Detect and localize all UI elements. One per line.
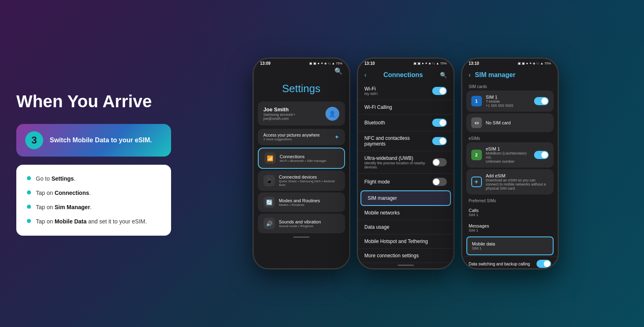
bullet-icon — [27, 190, 31, 194]
status-time: 13:10 — [469, 61, 479, 66]
back-button[interactable]: ‹ — [365, 71, 367, 79]
item-subtitle: Wi-Fi • Bluetooth • SIM manager — [280, 159, 338, 163]
item-title: Modes and Routines — [279, 198, 339, 203]
phone-1-status-bar: 13:09 ▣ ▣ ● ✦ ◈ ↑↓ ▲ 75% — [254, 59, 349, 67]
mobile-data-label: Mobile data — [472, 241, 548, 246]
profile-email: Samsung account • joe@smith.com — [264, 113, 321, 121]
data-usage-item[interactable]: Data usage — [358, 220, 453, 234]
list-item: Tap on Connections. — [27, 189, 160, 197]
modes-routines-item[interactable]: 🔄 Modes and Routines Modes • Routines — [258, 192, 345, 212]
nfc-item[interactable]: NFC and contactless payments — [358, 131, 453, 151]
left-section: When You Arrive 3 Switch Mobile Data to … — [16, 91, 171, 236]
connection-label: Ultra-wideband (UWB) — [365, 155, 432, 161]
status-icons: ▣ ▣ ● ✦ ◈ ↑↓ ▲ 75% — [309, 62, 342, 65]
phone-3: 13:10 ▣ ▣ ● ✦ ◈ ↑↓ ▲ 75% ‹ SIM manager S… — [461, 57, 559, 270]
add-esim-icon: + — [471, 177, 482, 187]
banner-card[interactable]: Access your pictures anywhere 2 more sug… — [258, 129, 345, 145]
instruction-bold: Settings — [51, 175, 74, 182]
connection-label: Mobile Hotspot and Tethering — [365, 239, 428, 244]
bluetooth-toggle[interactable] — [432, 119, 447, 127]
sim1-toggle[interactable] — [534, 97, 549, 105]
bullet-icon — [27, 176, 31, 180]
hotspot-item[interactable]: Mobile Hotspot and Tethering — [358, 234, 453, 249]
modes-icon: 🔄 — [264, 197, 275, 208]
flight-mode-toggle[interactable] — [432, 178, 447, 186]
wifi-calling-item[interactable]: Wi-Fi Calling — [358, 100, 453, 115]
sim-title: SIM manager — [475, 71, 516, 79]
connection-label: More connection settings — [365, 253, 419, 259]
add-esim-item[interactable]: + Add eSIM Download an eSIM so you can c… — [466, 169, 554, 194]
no-sim-item: ▭ No SIM card — [466, 113, 554, 132]
instruction-bold: Connections — [55, 190, 89, 196]
search-icon[interactable]: 🔍 — [440, 72, 447, 78]
instruction-bold: Sim Manager — [55, 204, 90, 210]
step-number: 3 — [25, 131, 43, 149]
phone-1: 13:09 ▣ ▣ ● ✦ ◈ ↑↓ ▲ 75% 🔍 Settings Joe … — [253, 57, 350, 270]
nfc-toggle[interactable] — [432, 137, 447, 145]
uwb-toggle[interactable] — [432, 158, 447, 166]
more-connection-settings-item[interactable]: More connection settings — [358, 249, 453, 263]
add-esim-sub: Download an eSIM so you can connect to m… — [486, 178, 549, 190]
item-subtitle: Modes • Routines — [279, 203, 339, 207]
phone-1-screen: 13:09 ▣ ▣ ● ✦ ◈ ↑↓ ▲ 75% 🔍 Settings Joe … — [254, 59, 349, 268]
list-item: Tap on Sim Manager. — [27, 203, 160, 212]
sounds-item[interactable]: 🔊 Sounds and vibration Sound mode • Ring… — [258, 214, 345, 233]
status-icons: ▣ ▣ ● ✦ ◈ ↑↓ ▲ 75% — [413, 62, 446, 65]
status-time: 13:09 — [260, 61, 271, 66]
profile-card[interactable]: Joe Smith Samsung account • joe@smith.co… — [258, 102, 345, 126]
esim1-badge: 2 — [471, 150, 482, 160]
status-icons: ▣ ▣ ● ✦ ◈ ↑↓ ▲ 75% — [518, 62, 551, 65]
banner-sub: 2 more suggestions — [264, 137, 330, 141]
scrollbar — [398, 265, 414, 266]
connection-label: NFC and contactless payments — [365, 135, 432, 147]
esim1-carrier: Mobilkom (Liechtenstein) AG Unknown numb… — [486, 151, 530, 164]
banner-title: Access your pictures anywhere — [264, 133, 330, 137]
status-time: 13:10 — [365, 61, 375, 66]
list-item: Tap on Mobile Data and set it to your eS… — [27, 217, 160, 226]
sparkle-icon: ✦ — [334, 134, 339, 140]
calls-sub: SIM 1 — [469, 213, 551, 217]
esim1-toggle[interactable] — [534, 151, 549, 159]
instruction-bold: Mobile Data — [55, 218, 87, 225]
sim1-item[interactable]: 1 SIM 1 T-Mobile +1 555 555 5555 — [466, 91, 554, 112]
bullet-icon — [27, 219, 31, 223]
phone-3-screen: 13:10 ▣ ▣ ● ✦ ◈ ↑↓ ▲ 75% ‹ SIM manager S… — [462, 59, 558, 268]
flight-mode-label: Flight mode — [365, 179, 390, 185]
connections-item[interactable]: 📶 Connections Wi-Fi • Bluetooth • SIM ma… — [258, 148, 345, 169]
profile-name: Joe Smith — [264, 106, 321, 113]
mobile-data-sub: SIM 1 — [472, 246, 548, 250]
data-switching-row[interactable]: Data switching and backup calling — [462, 256, 558, 268]
instructions-card: Go to Settings. Tap on Connections. Tap … — [16, 165, 171, 236]
sim-manager-item[interactable]: SIM manager — [360, 190, 451, 206]
search-icon[interactable]: 🔍 — [254, 67, 349, 78]
mobile-networks-item[interactable]: Mobile networks — [358, 206, 453, 220]
uwb-item[interactable]: Ultra-wideband (UWB) Identify the precis… — [358, 151, 453, 174]
wifi-toggle[interactable] — [432, 87, 447, 95]
item-subtitle: Sound mode • Ringtone — [279, 224, 339, 228]
mobile-data-item[interactable]: Mobile data SIM 1 — [466, 236, 554, 255]
connections-header: ‹ Connections 🔍 — [358, 67, 453, 82]
connected-devices-item[interactable]: 📱 Connected devices Quick Share • Samsun… — [258, 170, 345, 191]
item-title: Sounds and vibration — [279, 219, 339, 224]
add-esim-label: Add eSIM — [486, 173, 549, 178]
phone-2-status-bar: 13:10 ▣ ▣ ● ✦ ◈ ↑↓ ▲ 75% — [358, 59, 453, 67]
bluetooth-item[interactable]: Bluetooth — [358, 115, 453, 131]
wifi-item[interactable]: Wi-Fi My WiFi — [358, 82, 453, 100]
step-text: Switch Mobile Data to your eSIM. — [50, 136, 152, 145]
esim1-item[interactable]: 2 eSIM 1 Mobilkom (Liechtenstein) AG Unk… — [466, 142, 554, 168]
connection-label: Mobile networks — [365, 210, 400, 216]
sounds-icon: 🔊 — [264, 218, 275, 229]
connection-label: Data usage — [365, 224, 389, 230]
flight-mode-item[interactable]: Flight mode — [358, 174, 453, 190]
page-title: When You Arrive — [16, 91, 171, 112]
back-button[interactable]: ‹ — [469, 71, 471, 79]
sim-header: ‹ SIM manager — [462, 67, 558, 82]
calls-label: Calls — [469, 208, 551, 213]
calls-preferred-item[interactable]: Calls SIM 1 — [462, 205, 558, 220]
data-switching-toggle[interactable] — [536, 260, 551, 268]
messages-preferred-item[interactable]: Messages SIM 1 — [462, 220, 558, 236]
connection-sub: Identify the precise location of nearby … — [365, 161, 432, 169]
no-sim-name: No SIM card — [486, 120, 549, 125]
list-item: Go to Settings. — [27, 175, 160, 183]
avatar: 👤 — [325, 107, 339, 121]
